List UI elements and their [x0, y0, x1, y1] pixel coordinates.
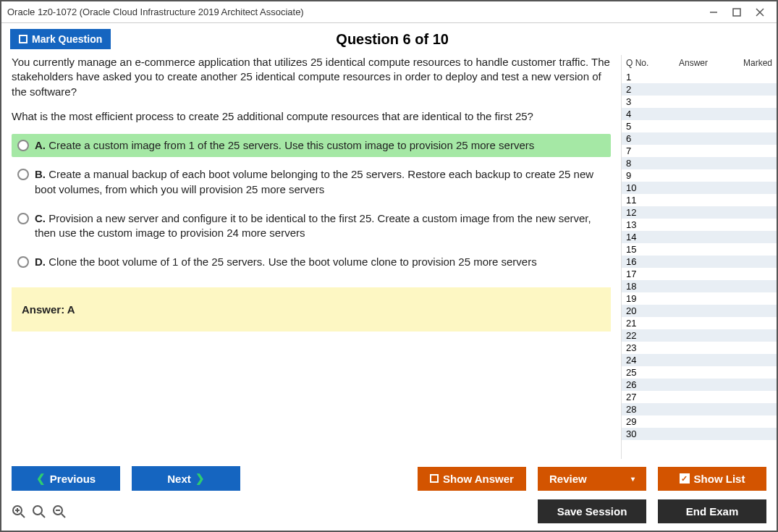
question-text: You currently manage an e-commerce appli… — [12, 55, 611, 124]
show-list-label: Show List — [694, 473, 745, 485]
list-item[interactable]: 13 — [622, 219, 777, 231]
list-item[interactable]: 11 — [622, 194, 777, 206]
show-answer-label: Show Answer — [443, 473, 514, 485]
answer-box: Answer: A — [12, 287, 611, 332]
list-item[interactable]: 7 — [622, 145, 777, 157]
list-item[interactable]: 19 — [622, 292, 777, 305]
app-window: Oracle 1z0-1072 (Oracle Cloud Infrastruc… — [0, 0, 778, 532]
list-item[interactable]: 22 — [622, 329, 777, 342]
list-item[interactable]: 18 — [622, 280, 777, 292]
header: Mark Question Question 6 of 10 — [1, 23, 777, 55]
zoom-controls — [12, 504, 67, 519]
mark-question-label: Mark Question — [32, 33, 102, 45]
list-item[interactable]: 15 — [622, 243, 777, 256]
next-button[interactable]: Next ❯ — [132, 466, 240, 491]
question-para-2: What is the most efficient process to cr… — [12, 109, 611, 124]
close-icon[interactable] — [755, 7, 765, 17]
col-marked: Marked — [729, 58, 772, 68]
button-row-2: Save Session End Exam — [12, 499, 766, 523]
list-item[interactable]: 3 — [622, 96, 777, 108]
chevron-left-icon: ❮ — [36, 472, 46, 485]
end-exam-label: End Exam — [686, 505, 739, 518]
radio-icon[interactable] — [17, 213, 29, 224]
chevron-right-icon: ❯ — [195, 472, 205, 485]
svg-line-5 — [21, 514, 25, 518]
option-d-text: D. Clone the boot volume of 1 of the 25 … — [35, 255, 537, 269]
footer: ❮ Previous Next ❯ Show Answer Review ▾ ✓… — [1, 459, 777, 531]
option-a[interactable]: A. Create a custom image from 1 of the 2… — [12, 134, 611, 157]
list-item[interactable]: 6 — [622, 132, 777, 145]
list-item[interactable]: 4 — [622, 108, 777, 120]
list-item[interactable]: 2 — [622, 83, 777, 96]
list-item[interactable]: 28 — [622, 403, 777, 415]
option-b[interactable]: B. Create a manual backup of each boot v… — [12, 163, 611, 201]
radio-icon[interactable] — [17, 256, 29, 268]
zoom-out-icon[interactable] — [52, 504, 67, 519]
minimize-icon[interactable] — [709, 7, 719, 17]
mark-question-button[interactable]: Mark Question — [10, 29, 111, 49]
question-panel: You currently manage an e-commerce appli… — [1, 55, 621, 459]
svg-line-11 — [62, 514, 65, 518]
checked-icon: ✓ — [680, 473, 690, 484]
list-item[interactable]: 27 — [622, 391, 777, 403]
question-number-label: Question 6 of 10 — [111, 31, 768, 48]
list-item[interactable]: 1 — [622, 71, 777, 83]
option-c-text: C. Provision a new server and configure … — [35, 211, 605, 241]
question-para-1: You currently manage an e-commerce appli… — [12, 55, 611, 99]
svg-rect-1 — [733, 9, 740, 16]
list-item[interactable]: 10 — [622, 182, 777, 194]
window-title: Oracle 1z0-1072 (Oracle Cloud Infrastruc… — [7, 7, 709, 17]
option-d[interactable]: D. Clone the boot volume of 1 of the 25 … — [12, 250, 611, 274]
titlebar: Oracle 1z0-1072 (Oracle Cloud Infrastruc… — [1, 1, 777, 23]
previous-label: Previous — [50, 473, 96, 485]
option-c[interactable]: C. Provision a new server and configure … — [12, 207, 611, 245]
list-item[interactable]: 26 — [622, 379, 777, 391]
previous-button[interactable]: ❮ Previous — [12, 466, 120, 491]
list-item[interactable]: 29 — [622, 415, 777, 428]
list-item[interactable]: 23 — [622, 342, 777, 354]
list-item[interactable]: 14 — [622, 231, 777, 243]
zoom-reset-icon[interactable] — [32, 504, 46, 519]
svg-point-8 — [33, 506, 42, 515]
question-list-panel: Q No. Answer Marked 12345678910111213141… — [621, 55, 777, 459]
zoom-in-icon[interactable] — [12, 504, 26, 519]
list-item[interactable]: 25 — [622, 366, 777, 379]
button-row-1: ❮ Previous Next ❯ Show Answer Review ▾ ✓… — [12, 466, 766, 491]
question-list[interactable]: 1234567891011121314151617181920212223242… — [622, 71, 777, 459]
radio-icon[interactable] — [17, 140, 29, 151]
end-exam-button[interactable]: End Exam — [658, 499, 766, 523]
list-item[interactable]: 21 — [622, 317, 777, 329]
radio-icon[interactable] — [17, 169, 29, 180]
review-label: Review — [549, 473, 587, 485]
checkbox-icon — [19, 35, 28, 43]
review-button[interactable]: Review ▾ — [538, 467, 646, 491]
next-label: Next — [167, 473, 191, 485]
list-item[interactable]: 20 — [622, 305, 777, 317]
col-qno: Q No. — [626, 58, 658, 68]
list-item[interactable]: 16 — [622, 256, 777, 268]
list-item[interactable]: 8 — [622, 157, 777, 169]
list-item[interactable]: 12 — [622, 206, 777, 219]
option-b-text: B. Create a manual backup of each boot v… — [35, 167, 605, 197]
svg-line-9 — [41, 514, 45, 518]
save-session-label: Save Session — [557, 505, 627, 518]
show-list-button[interactable]: ✓ Show List — [658, 467, 766, 491]
list-item[interactable]: 5 — [622, 120, 777, 132]
col-answer: Answer — [658, 58, 729, 68]
list-item[interactable]: 24 — [622, 354, 777, 366]
maximize-icon[interactable] — [732, 7, 742, 17]
show-answer-button[interactable]: Show Answer — [418, 467, 526, 491]
list-item[interactable]: 9 — [622, 169, 777, 182]
list-item[interactable]: 30 — [622, 428, 777, 440]
window-controls — [709, 7, 771, 17]
option-a-text: A. Create a custom image from 1 of the 2… — [35, 138, 534, 153]
question-list-header: Q No. Answer Marked — [622, 55, 777, 71]
content: You currently manage an e-commerce appli… — [1, 55, 777, 459]
chevron-down-icon: ▾ — [631, 475, 635, 483]
answer-label: Answer: A — [22, 303, 75, 316]
save-session-button[interactable]: Save Session — [538, 499, 646, 523]
list-item[interactable]: 17 — [622, 268, 777, 280]
checkbox-icon — [430, 474, 439, 483]
